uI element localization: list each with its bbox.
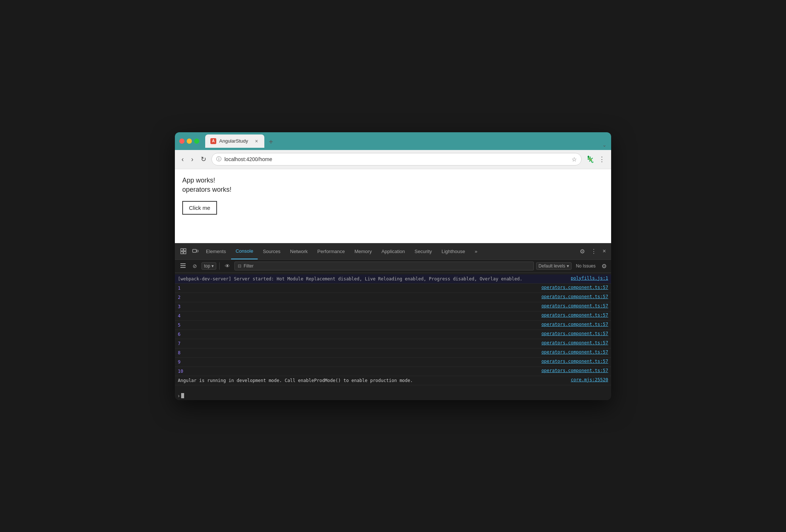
devtools-device-icon[interactable]	[190, 246, 201, 256]
forward-button[interactable]: ›	[189, 154, 196, 165]
tab-application[interactable]: Application	[377, 243, 410, 259]
tab-close-button[interactable]: ×	[254, 138, 259, 144]
console-source-link[interactable]: operators.component.ts:57	[541, 313, 608, 318]
console-prompt-icon: ›	[178, 393, 180, 399]
tab-elements[interactable]: Elements	[201, 243, 230, 259]
console-source-link[interactable]: operators.component.ts:57	[541, 294, 608, 299]
console-line: 7operators.component.ts:57	[175, 339, 611, 348]
console-line: 5operators.component.ts:57	[175, 321, 611, 330]
console-line-text: 5	[178, 322, 538, 328]
console-line: 10operators.component.ts:57	[175, 367, 611, 376]
console-filter-input[interactable]: ⊟ Filter	[234, 262, 534, 270]
devtools-more-icon[interactable]: ⋮	[589, 246, 599, 256]
console-number: 4	[178, 313, 180, 318]
refresh-button[interactable]: ↻	[199, 154, 209, 165]
console-line: Angular is running in development mode. …	[175, 376, 611, 385]
console-number: 3	[178, 304, 180, 309]
console-eye-btn[interactable]: 👁	[223, 262, 232, 270]
console-context-select[interactable]: top ▾	[201, 262, 216, 270]
bookmark-icon[interactable]: ☆	[572, 156, 577, 163]
console-number: 6	[178, 332, 180, 337]
tab-memory[interactable]: Memory	[350, 243, 376, 259]
new-tab-button[interactable]: +	[266, 136, 276, 148]
console-output: [webpack-dev-server] Server started: Hot…	[175, 273, 611, 391]
console-line-text: [webpack-dev-server] Server started: Hot…	[178, 276, 568, 282]
console-number: 7	[178, 341, 180, 346]
extension-icon[interactable]: 🦎	[585, 154, 596, 165]
tab-network[interactable]: Network	[286, 243, 312, 259]
console-number: 9	[178, 359, 180, 365]
devtools-inspect-icon[interactable]	[178, 246, 189, 256]
devtools-tabs-bar: Elements Console Sources Network Perform…	[175, 243, 611, 260]
console-source-link[interactable]: polyfills.js:1	[571, 276, 608, 281]
console-line: 6operators.component.ts:57	[175, 330, 611, 339]
console-line-text: 1	[178, 285, 538, 291]
minimize-button[interactable]	[187, 139, 192, 144]
security-icon: ⓘ	[216, 156, 221, 163]
console-line: 4operators.component.ts:57	[175, 311, 611, 321]
console-line-text: 10	[178, 368, 538, 375]
devtools-close-icon[interactable]: ×	[600, 246, 608, 256]
console-line-text: 3	[178, 303, 538, 310]
browser-tab[interactable]: A AngularStudy ×	[205, 134, 264, 148]
console-number: 2	[178, 295, 180, 300]
console-source-link[interactable]: core.mjs:25520	[571, 377, 608, 382]
svg-rect-2	[181, 252, 183, 254]
click-me-button[interactable]: Click me	[182, 201, 217, 215]
svg-rect-5	[197, 250, 198, 252]
console-line: 1operators.component.ts:57	[175, 284, 611, 293]
filter-label: Filter	[244, 263, 254, 269]
tab-console[interactable]: Console	[231, 243, 258, 259]
console-source-link[interactable]: operators.component.ts:57	[541, 340, 608, 345]
address-bar[interactable]: ⓘ localhost:4200/home ☆	[211, 153, 582, 166]
console-number: 8	[178, 350, 180, 355]
svg-rect-6	[180, 263, 186, 264]
app-works-text: App works!	[182, 177, 604, 184]
tab-dropdown-icon[interactable]: ⌄	[602, 142, 607, 148]
console-line-text: 7	[178, 340, 538, 347]
devtools-settings-icon[interactable]: ⚙	[577, 246, 587, 256]
console-levels-select[interactable]: Default levels ▾	[536, 262, 572, 270]
console-line-text: 9	[178, 359, 538, 365]
console-line: 2operators.component.ts:57	[175, 293, 611, 302]
console-number: 1	[178, 286, 180, 291]
console-source-link[interactable]: operators.component.ts:57	[541, 285, 608, 290]
close-button[interactable]	[179, 139, 184, 144]
console-source-link[interactable]: operators.component.ts:57	[541, 359, 608, 364]
console-line-text: 4	[178, 313, 538, 319]
console-source-link[interactable]: operators.component.ts:57	[541, 368, 608, 373]
address-text: localhost:4200/home	[224, 156, 569, 162]
console-toolbar: ⊘ top ▾ 👁 ⊟ Filter Default levels ▾ No I…	[175, 260, 611, 273]
maximize-button[interactable]	[194, 139, 199, 144]
tabs-area: A AngularStudy × + ⌄	[205, 134, 607, 148]
console-source-link[interactable]: operators.component.ts:57	[541, 331, 608, 336]
console-source-link[interactable]: operators.component.ts:57	[541, 303, 608, 308]
console-number: 5	[178, 323, 180, 328]
back-button[interactable]: ‹	[179, 154, 186, 165]
filter-icon: ⊟	[238, 263, 241, 269]
nav-bar: ‹ › ↻ ⓘ localhost:4200/home ☆ 🦎 ⋮	[175, 150, 611, 169]
console-cursor	[181, 393, 184, 398]
toolbar-divider	[219, 262, 220, 270]
more-options-icon[interactable]: ⋮	[597, 154, 607, 165]
console-settings-icon[interactable]: ⚙	[600, 262, 608, 270]
console-prompt-line[interactable]: ›	[175, 391, 611, 400]
console-number: 10	[178, 369, 183, 374]
console-source-link[interactable]: operators.component.ts:57	[541, 322, 608, 327]
console-line: 3operators.component.ts:57	[175, 302, 611, 311]
devtools-panel: Elements Console Sources Network Perform…	[175, 243, 611, 400]
tab-more[interactable]: »	[470, 243, 482, 259]
console-clear-btn[interactable]: ⊘	[190, 262, 199, 270]
console-source-link[interactable]: operators.component.ts:57	[541, 349, 608, 355]
tab-sources[interactable]: Sources	[258, 243, 285, 259]
tab-performance[interactable]: Performance	[313, 243, 349, 259]
nav-right-icons: 🦎 ⋮	[585, 154, 607, 165]
console-line-text: 8	[178, 349, 538, 356]
tab-title: AngularStudy	[219, 138, 251, 144]
operators-works-text: operators works!	[182, 186, 604, 194]
tab-security[interactable]: Security	[410, 243, 436, 259]
browser-window: A AngularStudy × + ⌄ ‹ › ↻ ⓘ localhost:4…	[175, 132, 611, 400]
console-sidebar-btn[interactable]	[178, 262, 188, 271]
no-issues-label: No Issues	[574, 263, 598, 269]
tab-lighthouse[interactable]: Lighthouse	[437, 243, 470, 259]
